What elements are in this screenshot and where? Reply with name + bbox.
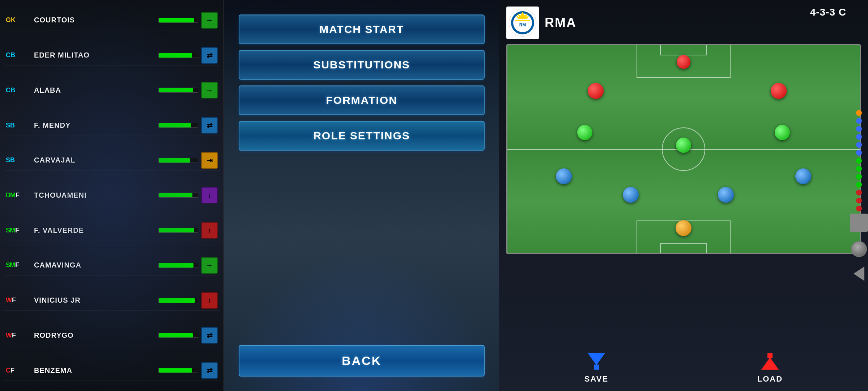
stamina-bar	[159, 123, 191, 127]
sidebar-dot	[856, 182, 862, 188]
position-badge: S B	[6, 122, 31, 129]
player-row[interactable]: C B ALABA →	[4, 80, 220, 100]
field-player-dot[interactable]	[577, 125, 592, 140]
sidebar-dot	[856, 158, 862, 164]
player-list-panel: G K COURTOIS → C B EDER MILITAO ⇄ C B AL…	[0, 0, 224, 391]
team-logo: RM	[506, 7, 539, 39]
player-row[interactable]: S B F. MENDY ⇄	[4, 115, 220, 135]
stamina-bar-wrap	[158, 53, 198, 58]
sidebar-dot	[856, 118, 862, 124]
stamina-bar-wrap	[158, 228, 198, 233]
pos-letter-2: F	[15, 227, 19, 234]
svg-text:RM: RM	[519, 22, 526, 28]
player-action-button[interactable]: →	[201, 12, 218, 29]
load-icon	[759, 350, 781, 372]
position-badge: W F	[6, 297, 31, 304]
field-player-dot[interactable]	[795, 168, 811, 184]
player-name: CARVAJAL	[34, 156, 156, 164]
position-badge: SM F	[6, 261, 31, 269]
field-player-dot[interactable]	[771, 83, 787, 99]
pos-letter-2: F	[12, 332, 16, 339]
player-name: BENZEMA	[34, 366, 156, 375]
player-name: ALABA	[34, 86, 156, 94]
player-action-button[interactable]: ↑	[201, 292, 218, 309]
role-settings-button[interactable]: ROLE SETTINGS	[239, 121, 485, 151]
field-player-dot[interactable]	[588, 83, 604, 99]
match-start-button[interactable]: MATCH START	[239, 14, 485, 44]
load-button[interactable]: LOAD	[757, 350, 783, 384]
sidebar-left-arrow[interactable]	[854, 266, 864, 281]
formation-button[interactable]: FORMATION	[239, 85, 485, 115]
player-name: F. VALVERDE	[34, 226, 156, 235]
player-action-button[interactable]: ⇄	[201, 47, 218, 64]
field-player-dot[interactable]	[623, 187, 639, 203]
pos-letter-2: F	[10, 367, 14, 374]
position-badge: C B	[6, 87, 31, 94]
stamina-bar	[159, 368, 192, 373]
sidebar-square	[850, 214, 868, 232]
player-row[interactable]: W F VINICIUS JR ↑	[4, 291, 220, 311]
stamina-bar-wrap	[158, 193, 198, 198]
field-player-dot[interactable]	[775, 125, 790, 140]
player-action-button[interactable]: ↓	[201, 187, 218, 203]
player-name: RODRYGO	[34, 331, 156, 340]
field-player-dot[interactable]	[556, 168, 572, 184]
stamina-bar-wrap	[158, 263, 198, 268]
pos-letter-1: S	[6, 122, 10, 129]
save-icon	[586, 350, 607, 372]
position-badge: SM F	[6, 227, 31, 234]
stamina-bar-wrap	[158, 368, 198, 373]
pos-letter-1: W	[6, 297, 12, 304]
sidebar-dot	[856, 142, 862, 148]
player-row[interactable]: G K COURTOIS →	[4, 10, 220, 30]
player-row[interactable]: SM F CAMAVINGA →	[4, 256, 220, 276]
player-row[interactable]: SM F F. VALVERDE ↑	[4, 220, 220, 240]
save-button[interactable]: SAVE	[584, 350, 608, 384]
player-action-button[interactable]: ⇥	[201, 152, 218, 169]
substitutions-button[interactable]: SUBSTITUTIONS	[239, 50, 485, 80]
player-action-button[interactable]: →	[201, 257, 218, 274]
team-name: RMA	[545, 15, 576, 30]
player-row[interactable]: W F RODRYGO ⇄	[4, 325, 220, 345]
player-action-button[interactable]: →	[201, 82, 218, 98]
player-name: TCHOUAMENI	[34, 191, 156, 199]
sidebar-dot	[856, 190, 862, 196]
field-player-dot[interactable]	[718, 187, 734, 203]
back-button[interactable]: BACK	[239, 345, 485, 377]
stamina-bar	[159, 88, 193, 92]
sidebar-dot	[856, 206, 862, 211]
player-row[interactable]: S B CARVAJAL ⇥	[4, 151, 220, 171]
sidebar-dot	[856, 110, 862, 116]
field-bottom-buttons: SAVE LOAD	[503, 345, 864, 387]
pos-letter-1: C	[6, 367, 10, 374]
stamina-bar	[159, 333, 193, 337]
player-action-button[interactable]: ⇄	[201, 117, 218, 134]
pos-letter-2: B	[10, 87, 15, 94]
pos-letter-1: G	[6, 16, 10, 24]
field-player-dot[interactable]	[677, 55, 690, 69]
stamina-bar-wrap	[158, 18, 198, 23]
sidebar-dot	[856, 198, 862, 203]
stamina-bar	[159, 158, 190, 163]
menu-panel: MATCH START SUBSTITUTIONS FORMATION ROLE…	[224, 0, 499, 391]
sidebar-circle-button[interactable]	[851, 241, 867, 257]
svg-rect-5	[515, 20, 530, 21]
player-row[interactable]: C B EDER MILITAO ⇄	[4, 46, 220, 66]
sidebar-dot	[856, 166, 862, 172]
position-badge: S B	[6, 156, 31, 164]
position-badge: C F	[6, 367, 31, 374]
stamina-bar-wrap	[158, 158, 198, 163]
player-row[interactable]: C F BENZEMA ⇄	[4, 361, 220, 381]
field-player-dot[interactable]	[676, 220, 692, 236]
menu-buttons: MATCH START SUBSTITUTIONS FORMATION ROLE…	[231, 14, 492, 151]
pos-letter-1: SM	[6, 227, 15, 234]
player-action-button[interactable]: ⇄	[201, 362, 218, 379]
player-row[interactable]: DM F TCHOUAMENI ↓	[4, 185, 220, 205]
football-field	[506, 44, 861, 254]
pos-letter-2: F	[12, 297, 16, 304]
player-name: CAMAVINGA	[34, 261, 156, 269]
player-action-button[interactable]: ⇄	[201, 327, 218, 344]
pos-letter-1: C	[6, 51, 10, 59]
field-player-dot[interactable]	[676, 138, 691, 153]
player-action-button[interactable]: ↑	[201, 222, 218, 239]
